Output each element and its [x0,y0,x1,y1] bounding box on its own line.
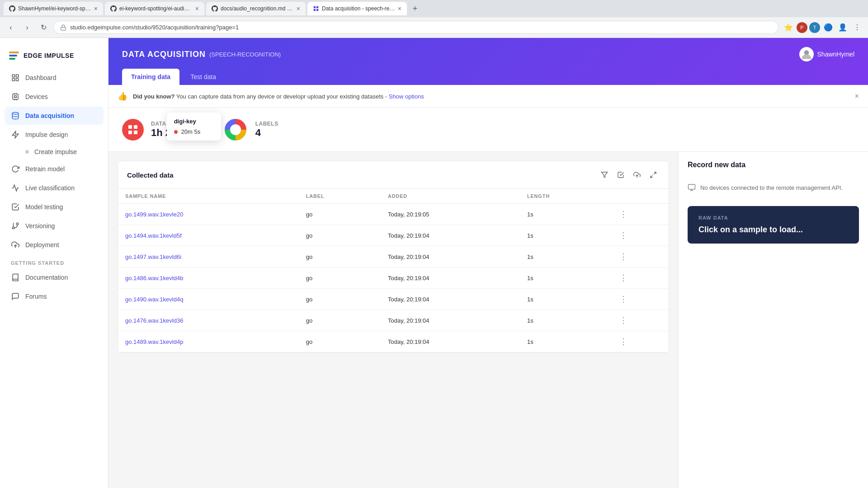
row-menu-button[interactable]: ⋮ [619,295,627,304]
cell-menu[interactable]: ⋮ [612,204,669,225]
labels-pie-chart[interactable]: digi-key 20m 5s [223,117,248,142]
cell-menu[interactable]: ⋮ [612,310,669,331]
col-added: ADDED [381,189,520,204]
card-header: Collected data [118,161,669,189]
svg-rect-3 [316,9,318,11]
svg-rect-31 [689,184,695,189]
profile-icon-1[interactable]: P [797,22,807,33]
tab-test-data[interactable]: Test data [181,69,225,85]
sidebar-item-impulse-design[interactable]: Impulse design [5,126,104,144]
tab-3-close[interactable]: × [297,5,300,12]
tab-2-close[interactable]: × [195,5,199,12]
message-circle-icon [11,292,20,301]
svg-line-30 [651,175,653,178]
refresh-button[interactable]: ↻ [37,21,50,34]
labels-text: LABELS 4 [255,121,278,139]
table-row[interactable]: go.1486.wav.1kevld4b go Today, 20:19:04 … [118,267,669,289]
raw-data-placeholder: Click on a sample to load... [698,225,848,235]
sidebar-item-devices[interactable]: Devices [5,88,104,106]
logo-bar-3 [9,58,15,60]
sidebar-item-documentation[interactable]: Documentation [5,268,104,286]
table-row[interactable]: go.1476.wav.1kevld36 go Today, 20:19:04 … [118,310,669,331]
sidebar-nav: Dashboard Devices Data acquisition Impul… [0,69,108,254]
table-row[interactable]: go.1489.wav.1kevld4p go Today, 20:19:04 … [118,331,669,352]
cell-menu[interactable]: ⋮ [612,246,669,267]
sidebar-item-forums[interactable]: Forums [5,287,104,305]
cell-sample-name: go.1499.wav.1kevle20 [118,204,299,225]
cell-sample-name: go.1476.wav.1kevld36 [118,310,299,331]
menu-icon[interactable]: ⋮ [851,21,863,34]
cell-menu[interactable]: ⋮ [612,225,669,246]
row-menu-button[interactable]: ⋮ [619,273,627,282]
cell-menu[interactable]: ⋮ [612,289,669,310]
cell-label: go [299,246,381,267]
sidebar-item-deployment[interactable]: Deployment [5,236,104,254]
tooltip-dot [174,130,178,134]
tab-training-data[interactable]: Training data [122,69,179,85]
sidebar-logo: EDGE IMPULSE [0,47,108,69]
sidebar-item-label: Retrain model [25,165,65,173]
svg-rect-24 [128,131,132,134]
profile-icon-2[interactable]: T [809,22,820,33]
row-menu-button[interactable]: ⋮ [619,316,627,325]
table-row[interactable]: go.1499.wav.1kevle20 go Today, 20:19:05 … [118,204,669,225]
filter-button[interactable] [598,169,611,181]
git-branch-icon [11,221,20,230]
browser-tab-3[interactable]: docs/audio_recognition.md at ... × [206,2,306,15]
cell-label: go [299,204,381,225]
new-tab-button[interactable]: + [409,2,421,15]
sidebar-item-versioning[interactable]: Versioning [5,217,104,235]
page-title: DATA ACQUISITION [122,50,206,59]
cell-length: 1s [520,331,612,352]
svg-marker-27 [601,172,607,178]
address-bar[interactable]: studio.edgeimpulse.com/studio/9520/acqui… [53,21,778,34]
svg-point-19 [12,227,14,229]
cell-added: Today, 20:19:04 [381,225,520,246]
select-button[interactable] [614,169,627,181]
upload-button[interactable] [631,169,643,181]
expand-button[interactable] [647,169,660,181]
cell-added: Today, 20:19:04 [381,310,520,331]
table-row[interactable]: go.1494.wav.1kevld5f go Today, 20:19:04 … [118,225,669,246]
show-options-link[interactable]: Show options [389,93,424,100]
browser-tab-2[interactable]: ei-keyword-spotting/ei-audio-d... × [105,2,204,15]
row-menu-button[interactable]: ⋮ [619,337,627,346]
browser-tab-4[interactable]: Data acquisition - speech-reco... × [307,2,407,15]
cell-added: Today, 20:19:04 [381,289,520,310]
bookmark-icon[interactable]: ⭐ [782,21,795,34]
header-tabs: Training data Test data [122,69,854,85]
cell-label: go [299,310,381,331]
row-menu-button[interactable]: ⋮ [619,210,627,219]
no-devices-text: No devices connected to the remote manag… [700,184,843,191]
tab-4-close[interactable]: × [398,5,401,12]
sidebar-subitem-label: Create impulse [34,148,77,155]
extension-icon-1[interactable]: 🔵 [822,21,835,34]
browser-tab-1[interactable]: ShawnHymel/ei-keyword-spotti... × [4,2,103,15]
cell-length: 1s [520,267,612,289]
sidebar-item-live-classification[interactable]: Live classification [5,179,104,197]
back-button[interactable]: ‹ [5,21,17,34]
row-menu-button[interactable]: ⋮ [619,231,627,240]
sidebar-item-dashboard[interactable]: Dashboard [5,69,104,87]
tab-1-close[interactable]: × [94,5,98,12]
row-menu-button[interactable]: ⋮ [619,252,627,261]
banner-close-button[interactable]: × [855,92,859,100]
sidebar-subitem-create-impulse[interactable]: Create impulse [5,145,104,159]
sidebar-item-label: Dashboard [25,74,57,81]
zap-icon [11,130,20,139]
cell-menu[interactable]: ⋮ [612,331,669,352]
no-devices-message: No devices connected to the remote manag… [688,176,859,199]
user-name: ShawnHymel [817,51,854,58]
cell-menu[interactable]: ⋮ [612,267,669,289]
sidebar-item-retrain-model[interactable]: Retrain model [5,160,104,178]
table-row[interactable]: go.1490.wav.1kevld4q go Today, 20:19:04 … [118,289,669,310]
user-profile-icon[interactable]: 👤 [836,21,849,34]
sidebar-item-data-acquisition[interactable]: Data acquisition [5,107,104,125]
sidebar-item-label: Live classification [25,184,75,192]
tab-1-title: ShawnHymel/ei-keyword-spotti... [18,5,91,12]
cell-sample-name: go.1486.wav.1kevld4b [118,267,299,289]
sidebar-item-model-testing[interactable]: Model testing [5,198,104,216]
table-row[interactable]: go.1497.wav.1kevld6i go Today, 20:19:04 … [118,246,669,267]
forward-button[interactable]: › [21,21,33,34]
main-content: DATA ACQUISITION (SPEECH-RECOGNITION) Sh… [108,38,868,488]
